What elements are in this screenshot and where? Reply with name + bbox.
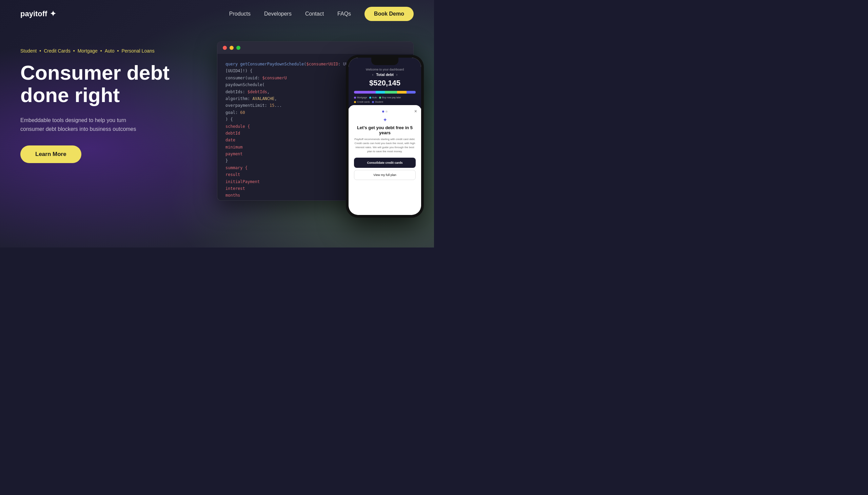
learn-more-button[interactable]: Learn More (20, 146, 81, 163)
separator-2: • (73, 48, 75, 54)
bar-mortgage (354, 91, 376, 93)
nav-developers[interactable]: Developers (264, 11, 292, 17)
legend-dot-creditcards (354, 101, 356, 103)
modal-description: Payitoff recommends starting with credit… (354, 137, 416, 154)
legend-label-creditcards: Credit cards (357, 101, 370, 103)
legend-label-buynow: Buy now pay later (382, 96, 401, 99)
phone-modal: × ✦ Let's get you debt free in 5 years P… (348, 105, 421, 215)
debt-breakdown-bar (354, 91, 416, 93)
modal-title: Let's get you debt free in 5 years (354, 125, 416, 135)
phone-content: Welcome to your dashboard ‹ Total debt ›… (348, 58, 421, 215)
legend-label-mortgage: Mortgage (357, 96, 367, 99)
modal-dot-1 (382, 110, 384, 113)
phone-dashboard: Welcome to your dashboard ‹ Total debt ›… (348, 58, 421, 108)
legend-student: Student (372, 101, 383, 103)
hero-title: Consumer debt done right (20, 62, 197, 106)
legend-dot-mortgage (354, 97, 356, 99)
debt-type-personal-loans: Personal Loans (121, 48, 154, 54)
book-demo-button[interactable]: Book Demo (364, 7, 414, 21)
header: payitoff ✦ Products Developers Contact F… (0, 0, 434, 28)
window-dot-minimize (229, 46, 234, 50)
separator-3: • (100, 48, 102, 54)
legend-mortgage: Mortgage (354, 96, 367, 99)
debt-type-mortgage: Mortgage (78, 48, 98, 54)
legend-auto: Auto (369, 96, 377, 99)
legend-buynow: Buy now pay later (379, 96, 401, 99)
nav-faqs[interactable]: FAQs (337, 11, 351, 17)
logo-text: payitoff (20, 10, 47, 18)
hero-subtitle: Embeddable tools designed to help you tu… (20, 116, 149, 133)
window-titlebar (217, 42, 413, 54)
chevron-right-icon: › (396, 73, 397, 76)
phone-debt-amount: $520,145 (354, 79, 416, 87)
legend-creditcards: Credit cards (354, 101, 370, 103)
separator-1: • (39, 48, 41, 54)
legend-dot-auto (369, 97, 371, 99)
bar-creditcards (397, 91, 406, 93)
bar-buynow (385, 91, 397, 93)
modal-sparkle-icon: ✦ (354, 117, 416, 123)
hero-title-line2: done right (20, 84, 120, 106)
main-nav: Products Developers Contact FAQs Book De… (229, 7, 414, 21)
logo: payitoff ✦ (20, 10, 56, 18)
bar-student (407, 91, 416, 93)
modal-dot-2 (386, 110, 388, 113)
legend-label-student: Student (375, 101, 383, 103)
logo-star: ✦ (50, 10, 56, 18)
hero-title-line1: Consumer debt (20, 62, 170, 84)
bar-auto (376, 91, 385, 93)
debt-type-student: Student (20, 48, 37, 54)
nav-products[interactable]: Products (229, 11, 251, 17)
phone-debt-label: Total debt (376, 72, 394, 76)
hero-visual: query getConsumerPaydownSchedule($consum… (210, 41, 414, 218)
consolidate-button[interactable]: Consolidate credit cards (354, 158, 416, 168)
phone-screen: Welcome to your dashboard ‹ Total debt ›… (348, 58, 421, 215)
hero-section: Student • Credit Cards • Mortgage • Auto… (20, 41, 197, 163)
legend-dot-buynow (379, 97, 381, 99)
nav-contact[interactable]: Contact (305, 11, 324, 17)
main-content: Student • Credit Cards • Mortgage • Auto… (0, 28, 434, 218)
modal-pagination (354, 110, 416, 113)
legend-label-auto: Auto (372, 96, 377, 99)
debt-type-auto: Auto (105, 48, 115, 54)
legend-dot-student (372, 101, 374, 103)
chevron-left-icon: ‹ (372, 73, 373, 76)
phone-notch (371, 58, 398, 65)
phone-mockup: Welcome to your dashboard ‹ Total debt ›… (346, 55, 424, 218)
window-dot-maximize (236, 46, 240, 50)
debt-types-list: Student • Credit Cards • Mortgage • Auto… (20, 48, 197, 54)
phone-debt-title: ‹ Total debt › (354, 72, 416, 76)
debt-legend: Mortgage Auto Buy now pay later (354, 96, 416, 103)
debt-type-credit-cards: Credit Cards (44, 48, 70, 54)
separator-4: • (117, 48, 119, 54)
phone-welcome-text: Welcome to your dashboard (354, 68, 416, 71)
modal-close-icon[interactable]: × (414, 108, 417, 114)
view-plan-button[interactable]: View my full plan (354, 170, 416, 180)
window-dot-close (223, 46, 227, 50)
